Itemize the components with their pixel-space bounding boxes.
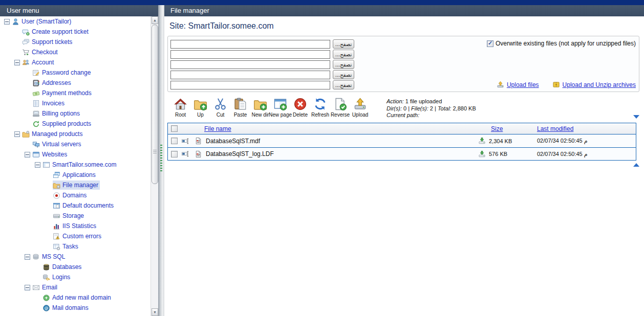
sort-size-link[interactable]: Size	[491, 125, 503, 132]
file-name: DatabaseSqlST.mdf	[206, 138, 474, 145]
tree-item-billing-options[interactable]: Billing options	[0, 108, 151, 119]
tree-item-managed-products[interactable]: Managed products	[0, 129, 151, 139]
download-icon[interactable]	[478, 150, 486, 158]
file-row-databasesqlst-log-ldf[interactable]: DatabaseSqlST_log.LDF576 KB02/07/34 02:5…	[168, 147, 636, 160]
collapse-toggle-icon[interactable]	[35, 162, 40, 168]
tree-item-supplied-products[interactable]: Supplied products	[0, 119, 151, 129]
file-upload-input[interactable]	[170, 50, 330, 59]
browse-button[interactable]: تصفح...	[333, 50, 354, 59]
sort-file-name-link[interactable]: File name	[204, 125, 231, 132]
tree-item-mail-domains[interactable]: @Mail domains	[0, 303, 151, 313]
browse-button[interactable]: تصفح...	[333, 70, 354, 79]
browse-button[interactable]: تصفح...	[333, 39, 354, 49]
account-icon	[22, 59, 30, 66]
collapse-toggle-icon[interactable]	[14, 60, 20, 65]
browse-button[interactable]: تصفح...	[333, 60, 354, 69]
file-upload-input[interactable]	[170, 81, 330, 89]
addresses-icon: @	[32, 79, 40, 87]
collapse-up-icon[interactable]	[633, 163, 639, 167]
tree-item-label: Support tickets	[30, 38, 74, 47]
browse-button[interactable]: تصفح...	[333, 80, 354, 89]
tree-item-default-documents[interactable]: Default documents	[0, 200, 151, 211]
tree-item-checkout[interactable]: Checkout	[0, 47, 151, 57]
path-dropdown-icon[interactable]	[633, 115, 639, 119]
row-checkbox[interactable]	[171, 138, 178, 144]
collapse-toggle-icon[interactable]	[25, 285, 30, 290]
tree-item-invoices[interactable]: Invoices	[0, 98, 151, 108]
upload-field-row: تصفح...	[170, 60, 354, 69]
toolbar-button-upload[interactable]: Upload	[350, 97, 370, 118]
tree-item-websites[interactable]: Websites	[0, 149, 151, 160]
stats-icon	[53, 222, 60, 230]
upload-files-link[interactable]: Upload files	[497, 81, 539, 88]
toolbar-button-refresh[interactable]: Refresh	[310, 97, 330, 118]
tree-item-addresses[interactable]: @Addresses	[0, 78, 151, 88]
rename-icon[interactable]	[181, 150, 189, 158]
toolbar-button-root[interactable]: Root	[170, 97, 190, 118]
tree-item-email[interactable]: Email	[0, 282, 151, 292]
sidebar-scrollbar[interactable]: ▲ ▼	[151, 16, 158, 316]
page-title: File manager	[170, 7, 209, 14]
tree-item-iis-statistics[interactable]: IIS Statistics	[0, 221, 151, 231]
tree-item-domains[interactable]: Domains	[0, 190, 151, 200]
scroll-up-icon[interactable]: ▲	[152, 16, 158, 24]
rename-icon[interactable]	[181, 137, 189, 145]
upload-unzip-label[interactable]: Upload and Unzip archives	[563, 81, 636, 88]
mssql-icon	[32, 253, 40, 261]
toolbar-button-reverse[interactable]: Reverse	[330, 97, 350, 118]
toolbar-button-new-page[interactable]: New page	[270, 97, 290, 118]
toolbar-button-label: Paste	[234, 112, 247, 118]
file-upload-input[interactable]	[170, 60, 330, 69]
domains-icon	[53, 192, 60, 199]
file-row-databasesqlst-mdf[interactable]: DatabaseSqlST.mdf2,304 KB02/07/34 02:50:…	[168, 134, 636, 147]
tree-item-tasks[interactable]: Tasks	[0, 241, 151, 252]
tree-item-ms-sql[interactable]: MS SQL	[0, 252, 151, 262]
toolbar-button-new-dir[interactable]: New dir	[250, 97, 270, 118]
tree-item-add-new-mail-domain[interactable]: Add new mail domain	[0, 292, 151, 303]
tree-item-account[interactable]: Account	[0, 57, 151, 67]
filemanager-icon	[53, 182, 60, 189]
site-icon	[42, 161, 50, 169]
tree-item-custom-errors[interactable]: Custom errors	[0, 231, 151, 241]
file-upload-input[interactable]	[170, 40, 330, 49]
sort-last-modified-link[interactable]: Last modified	[537, 125, 573, 132]
collapse-toggle-icon[interactable]	[4, 19, 10, 25]
toolbar-button-up[interactable]: Up	[190, 97, 210, 118]
tree-item-password-change[interactable]: Password change	[0, 67, 151, 78]
tree-item-smarttailor-somee-com[interactable]: SmartTailor.somee.com	[0, 160, 151, 170]
tree-item-user-smarttailor[interactable]: User (SmartTailor)	[0, 16, 151, 27]
tree-item-payment-methods[interactable]: Payment methods	[0, 88, 151, 98]
reverse-icon	[333, 97, 347, 111]
select-all-checkbox[interactable]	[171, 125, 178, 132]
splitter-handle-icon[interactable]	[160, 145, 162, 171]
tree-item-label: Custom errors	[61, 232, 103, 241]
tree-item-logins[interactable]: Logins	[0, 272, 151, 282]
scrollbar-thumb[interactable]	[152, 25, 158, 184]
tree-item-file-manager[interactable]: File manager	[0, 180, 151, 190]
overwrite-checkbox[interactable]	[487, 40, 493, 47]
toolbar-button-delete[interactable]: Delete	[290, 97, 310, 118]
upload-unzip-link[interactable]: Upload and Unzip archives	[552, 81, 636, 88]
overwrite-option: Overwrite existing files (not apply for …	[487, 40, 636, 47]
tree-item-label: Billing options	[40, 109, 81, 118]
collapse-toggle-icon[interactable]	[25, 254, 30, 260]
toolbar-button-paste[interactable]: Paste	[230, 97, 250, 118]
scroll-down-icon[interactable]: ▼	[152, 308, 158, 316]
panel-splitter[interactable]	[158, 5, 164, 316]
row-checkbox[interactable]	[171, 151, 178, 157]
tree-item-storage[interactable]: Storage	[0, 211, 151, 221]
tree-item-support-tickets[interactable]: Support tickets	[0, 37, 151, 47]
upload-files-label[interactable]: Upload files	[507, 81, 539, 88]
download-icon[interactable]	[478, 137, 486, 145]
tree-item-applications[interactable]: Applications	[0, 170, 151, 180]
tree-item-create-support-ticket[interactable]: Create support ticket	[0, 27, 151, 37]
databases-icon	[42, 263, 50, 271]
file-upload-input[interactable]	[170, 71, 330, 79]
toolbar-button-label: Reverse	[331, 112, 350, 118]
collapse-toggle-icon[interactable]	[25, 152, 30, 157]
toolbar-button-cut[interactable]: Cut	[210, 97, 230, 118]
tree-item-virtual-servers[interactable]: Virtual servers	[0, 139, 151, 149]
tree-item-databases[interactable]: Databases	[0, 262, 151, 272]
errors-icon	[53, 233, 60, 240]
collapse-toggle-icon[interactable]	[14, 131, 20, 137]
